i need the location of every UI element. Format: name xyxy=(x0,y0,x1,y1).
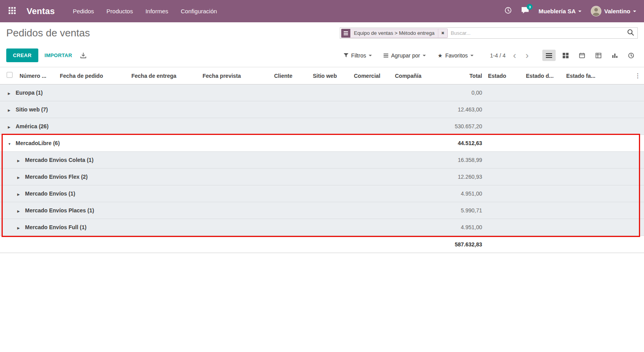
group-total: 4.951,00 xyxy=(435,190,485,197)
facet-label: Equipo de ventas > Método entrega xyxy=(350,29,438,38)
optional-columns-toggle[interactable]: ⋮ xyxy=(604,72,644,79)
view-switcher xyxy=(542,50,638,61)
menu-pedidos[interactable]: Pedidos xyxy=(73,8,94,14)
expand-icon xyxy=(17,207,22,214)
pager-previous-icon[interactable]: ‹ xyxy=(511,51,518,60)
import-button[interactable]: IMPORTAR xyxy=(45,52,72,58)
user-name: Valentino xyxy=(604,8,630,14)
view-switcher-graph[interactable] xyxy=(608,50,621,61)
app-menu: Pedidos Productos Informes Configuración xyxy=(73,8,217,14)
group-row-mercadolibre[interactable]: MercadoLibre (6) 44.512,63 xyxy=(0,135,644,152)
view-switcher-activity[interactable] xyxy=(624,50,638,61)
breadcrumb: Pedidos de ventas xyxy=(6,27,90,39)
chevron-down-icon xyxy=(578,11,581,12)
group-row-mercado-envios[interactable]: Mercado Envíos (1) 4.951,00 xyxy=(0,185,644,202)
view-switcher-kanban[interactable] xyxy=(559,50,572,61)
group-total: 4.951,00 xyxy=(435,224,485,230)
group-by-lines-icon xyxy=(384,52,388,59)
group-row-europa[interactable]: Europa (1) 0,00 xyxy=(0,84,644,101)
app-name[interactable]: Ventas xyxy=(27,6,55,16)
group-total: 5.990,71 xyxy=(435,207,485,214)
search-input[interactable] xyxy=(451,30,627,36)
column-header-comercial[interactable]: Comercial xyxy=(354,73,395,79)
group-row-america[interactable]: América (26) 530.657,20 xyxy=(0,118,644,135)
chevron-down-icon xyxy=(470,55,474,56)
group-row-sitio-web[interactable]: Sitio web (7) 12.463,00 xyxy=(0,101,644,118)
control-panel-top: Pedidos de ventas Equipo de ventas > Mét… xyxy=(0,22,644,44)
expand-icon xyxy=(8,123,12,129)
column-header-numero[interactable]: Número ... xyxy=(20,73,60,79)
view-switcher-pivot[interactable] xyxy=(592,50,605,61)
expand-icon xyxy=(17,174,22,180)
list-view: Número ... Fecha de pedido Fecha de entr… xyxy=(0,67,644,253)
expand-icon xyxy=(17,157,22,163)
menu-configuracion[interactable]: Configuración xyxy=(181,8,217,14)
group-rows: Europa (1) 0,00 Sitio web (7) 12.463,00 … xyxy=(0,84,644,236)
favorites-dropdown[interactable]: ★ Favoritos xyxy=(438,52,474,59)
pager-next-icon[interactable]: › xyxy=(524,51,531,60)
search-view: Equipo de ventas > Método entrega xyxy=(340,27,638,39)
messages-button[interactable]: 3 xyxy=(521,7,529,16)
activities-clock-icon xyxy=(504,7,512,16)
apps-menu-button[interactable] xyxy=(7,6,17,16)
activities-button[interactable] xyxy=(504,7,512,16)
search-icon[interactable] xyxy=(627,29,634,38)
star-icon: ★ xyxy=(438,52,443,59)
filter-funnel-icon xyxy=(344,52,348,59)
collapse-icon xyxy=(8,140,12,146)
column-header-estado-d[interactable]: Estado d... xyxy=(523,73,563,79)
expand-icon xyxy=(17,224,22,230)
group-total: 0,00 xyxy=(435,90,485,96)
facet-remove-icon[interactable] xyxy=(438,29,447,38)
pager-value[interactable]: 1-4 / 4 xyxy=(490,52,506,59)
column-header-fecha-prevista[interactable]: Fecha prevista xyxy=(203,73,274,79)
group-row-mercado-envios-flex[interactable]: Mercado Envios Flex (2) 12.260,93 xyxy=(0,169,644,185)
avatar xyxy=(591,6,601,16)
apps-grid-icon xyxy=(9,7,16,16)
chevron-down-icon xyxy=(369,55,372,56)
group-row-mercado-envios-places[interactable]: Mercado Envíos Places (1) 5.990,71 xyxy=(0,202,644,219)
view-switcher-calendar[interactable] xyxy=(575,50,588,61)
expand-icon xyxy=(8,90,12,96)
menu-informes[interactable]: Informes xyxy=(145,8,168,14)
control-panel-buttons: CREAR IMPORTAR Filtros Agrupar por ★ Fav… xyxy=(0,44,644,67)
chevron-down-icon xyxy=(423,55,426,56)
export-download-icon[interactable] xyxy=(80,52,86,59)
group-row-mercado-envios-coleta[interactable]: Mercado Envios Coleta (1) 16.358,99 xyxy=(0,152,644,169)
expand-icon xyxy=(17,190,22,197)
chevron-down-icon xyxy=(633,11,636,12)
group-total: 12.260,93 xyxy=(435,174,485,180)
search-facet: Equipo de ventas > Método entrega xyxy=(341,29,448,38)
column-header-total[interactable]: Total xyxy=(435,73,485,79)
group-row-mercado-envios-full[interactable]: Mercado Envíos Full (1) 4.951,00 xyxy=(0,219,644,236)
column-header-sitio-web[interactable]: Sitio web xyxy=(313,73,354,79)
group-total: 12.463,00 xyxy=(435,106,485,113)
grand-total: 587.632,83 xyxy=(435,241,485,248)
column-header-estado[interactable]: Estado xyxy=(485,73,523,79)
company-switcher[interactable]: Mueblería SA xyxy=(538,8,581,14)
group-total: 44.512,63 xyxy=(435,140,485,146)
column-header-compania[interactable]: Compañía xyxy=(395,73,435,79)
create-button[interactable]: CREAR xyxy=(6,48,38,62)
messages-count-badge: 3 xyxy=(527,4,533,10)
menu-productos[interactable]: Productos xyxy=(106,8,133,14)
column-header-fecha-entrega[interactable]: Fecha de entrega xyxy=(131,73,203,79)
group-total: 530.657,20 xyxy=(435,123,485,129)
list-footer: 587.632,83 xyxy=(0,236,644,253)
column-header-estado-fa[interactable]: Estado fa... xyxy=(563,73,604,79)
select-all-checkbox[interactable] xyxy=(7,72,13,78)
pager: 1-4 / 4 ‹ › xyxy=(490,51,531,60)
user-menu[interactable]: Valentino xyxy=(591,6,636,16)
facet-group-icon xyxy=(341,29,350,38)
group-by-dropdown[interactable]: Agrupar por xyxy=(384,52,426,59)
top-navbar: Ventas Pedidos Productos Informes Config… xyxy=(0,0,644,22)
filters-dropdown[interactable]: Filtros xyxy=(344,52,372,59)
view-switcher-list[interactable] xyxy=(542,50,556,61)
column-header-cliente[interactable]: Cliente xyxy=(274,73,313,79)
topbar-systray: 3 Mueblería SA Valentino xyxy=(504,6,636,16)
column-header-fecha-pedido[interactable]: Fecha de pedido xyxy=(60,73,131,79)
group-total: 16.358,99 xyxy=(435,157,485,163)
expand-icon xyxy=(8,106,12,113)
search-options: Filtros Agrupar por ★ Favoritos 1-4 / 4 … xyxy=(332,50,638,61)
list-header: Número ... Fecha de pedido Fecha de entr… xyxy=(0,67,644,84)
